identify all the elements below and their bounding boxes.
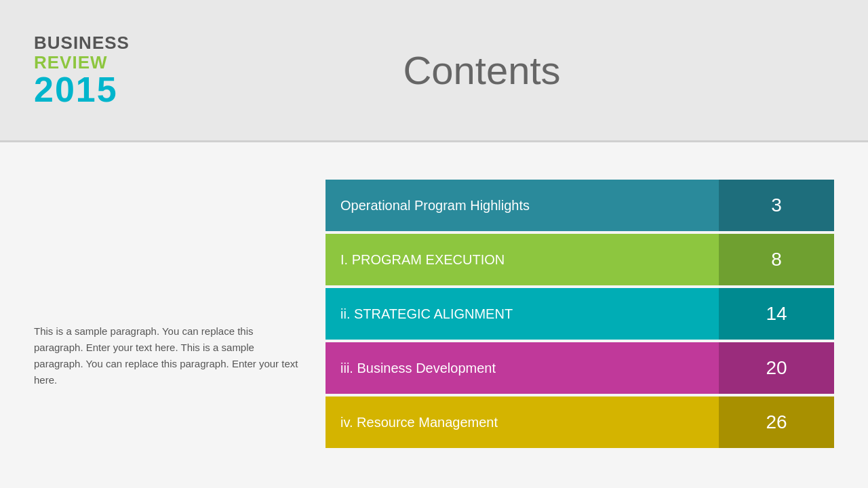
toc-label-3: iii. Business Development bbox=[326, 342, 719, 394]
toc-label-0: Operational Program Highlights bbox=[326, 180, 719, 231]
toc-table: Operational Program Highlights3I. PROGRA… bbox=[326, 163, 834, 468]
toc-page-3: 20 bbox=[719, 342, 834, 394]
toc-row-4[interactable]: iv. Resource Management26 bbox=[326, 396, 834, 448]
toc-page-1: 8 bbox=[719, 234, 834, 285]
header-title-area: Contents bbox=[130, 47, 834, 93]
page-header: BUSINESS REVIEW 2015 Contents bbox=[0, 0, 868, 142]
brand-year-label: 2015 bbox=[34, 72, 130, 107]
toc-label-4: iv. Resource Management bbox=[326, 396, 719, 448]
toc-page-4: 26 bbox=[719, 396, 834, 448]
sample-paragraph: This is a sample paragraph. You can repl… bbox=[34, 323, 305, 388]
toc-row-0[interactable]: Operational Program Highlights3 bbox=[326, 180, 834, 231]
toc-page-2: 14 bbox=[719, 288, 834, 340]
toc-label-1: I. PROGRAM EXECUTION bbox=[326, 234, 719, 285]
toc-label-2: ii. STRATEGIC ALIGNMENT bbox=[326, 288, 719, 340]
main-content: This is a sample paragraph. You can repl… bbox=[0, 142, 868, 488]
toc-row-1[interactable]: I. PROGRAM EXECUTION8 bbox=[326, 234, 834, 285]
brand-business-label: BUSINESS bbox=[34, 33, 130, 53]
branding-block: BUSINESS REVIEW 2015 bbox=[34, 33, 130, 107]
toc-row-2[interactable]: ii. STRATEGIC ALIGNMENT14 bbox=[326, 288, 834, 340]
left-panel: This is a sample paragraph. You can repl… bbox=[34, 163, 326, 468]
page-title: Contents bbox=[403, 48, 560, 92]
toc-page-0: 3 bbox=[719, 180, 834, 231]
toc-row-3[interactable]: iii. Business Development20 bbox=[326, 342, 834, 394]
brand-review-label: REVIEW bbox=[34, 53, 130, 73]
